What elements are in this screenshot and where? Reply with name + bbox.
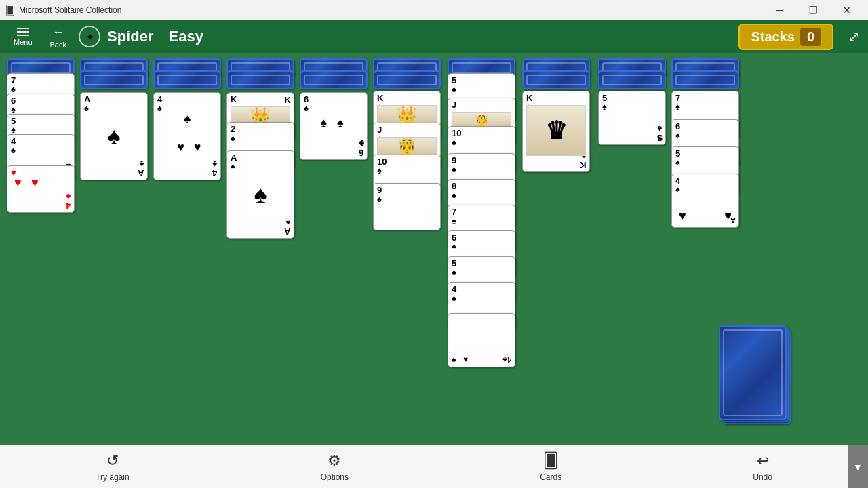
restore-button[interactable]: ❐ <box>797 0 829 20</box>
cards-button[interactable]: 🂠 Cards <box>526 447 575 487</box>
expand-button[interactable]: ⤢ <box>848 28 860 45</box>
card-facedown-9b <box>598 70 666 89</box>
deck-card-1 <box>719 325 787 420</box>
minimize-button[interactable]: ─ <box>764 0 795 20</box>
try-again-button[interactable]: ↺ Try again <box>82 447 143 487</box>
card-K-col8[interactable]: K♠ K♠ ♛ <box>522 91 590 172</box>
cards-icon: 🂠 <box>543 452 559 470</box>
undo-button[interactable]: ↩ Undo <box>739 447 786 487</box>
menubar: Menu ← Back ✦ Spider Easy Stacks 0 ⤢ <box>0 20 868 53</box>
close-button[interactable]: ✕ <box>831 0 863 20</box>
card-facedown-5b <box>300 70 368 89</box>
column-7: 5♠ J♠ 🤴 10♠ 9♠ 8♠ 7♠ 6♠ 5♠ <box>448 58 522 113</box>
bottom-bar: ↺ Try again ⚙ Options 🂠 Cards ↩ Undo ▼ <box>0 445 868 488</box>
titlebar-controls: ─ ❐ ✕ <box>764 0 863 20</box>
titlebar: 🂠 Microsoft Solitaire Collection ─ ❐ ✕ <box>0 0 868 20</box>
card-facedown-4b <box>226 70 294 89</box>
card-facedown-8b <box>522 70 590 89</box>
card-4s-col10[interactable]: 4♠ ♥ ♥ A <box>671 174 739 228</box>
stacks-badge: Stacks 0 <box>738 24 833 50</box>
hamburger-icon <box>17 28 29 36</box>
menu-button[interactable]: Menu <box>8 25 38 49</box>
card-5s-col9[interactable]: 5♠ 5♠ S <box>598 91 666 145</box>
card-4s-col3[interactable]: 4♠ 4♠ ♠ ♥ ♥ <box>153 92 221 180</box>
card-4s-col7-bot[interactable]: ♠ ♥ 4♣ <box>448 313 515 367</box>
card-facedown-2b <box>80 70 148 89</box>
column-8: K♠ K♠ ♛ <box>522 58 597 113</box>
game-title: Spider Easy <box>107 28 732 45</box>
column-2: A♠ A♠ ♠ <box>80 58 152 113</box>
expand-bar-icon[interactable]: ▼ <box>848 445 868 488</box>
column-1: 7♠ 7♠ 6♠ 6♠ 5♠ 5♠ 4♠ 4♠ ♥ ♥ ♥ 4♠ <box>7 58 79 113</box>
options-icon: ⚙ <box>328 452 341 470</box>
column-6: K♠ 👑 J♠ 🤴 10♠ 10♠ K 9♠ <box>373 58 448 113</box>
try-again-icon: ↺ <box>106 452 119 470</box>
card-facedown-6b <box>373 70 441 89</box>
card-As-col4[interactable]: A♠ A♠ ♠ <box>226 150 294 239</box>
undo-icon: ↩ <box>757 452 769 470</box>
card-facedown-10b <box>671 70 739 89</box>
game-icon: ✦ <box>79 26 100 47</box>
column-4: K♠ K 👑 2♠ 2♠ A♠ A♠ ♠ <box>226 58 298 113</box>
card-9s[interactable]: 9♠ <box>373 183 441 230</box>
card-As-1[interactable]: A♠ A♠ ♠ <box>80 92 148 180</box>
options-button[interactable]: ⚙ Options <box>307 447 362 487</box>
back-button[interactable]: ← Back <box>45 22 72 52</box>
game-area: 7♠ 7♠ 6♠ 6♠ 5♠ 5♠ 4♠ 4♠ ♥ ♥ ♥ 4♠ <box>0 53 868 445</box>
column-5: 6♠ 6♠ ♠ ♠ 9 <box>300 58 372 113</box>
column-3: 4♠ 4♠ ♠ ♥ ♥ <box>153 58 225 113</box>
column-10: 7♠ 6♠ 5♠ 4♠ ♥ ♥ A <box>671 58 746 113</box>
card-facedown-3b <box>153 70 221 89</box>
titlebar-left: 🂠 Microsoft Solitaire Collection <box>5 5 121 16</box>
app-title: Microsoft Solitaire Collection <box>19 5 121 15</box>
column-9: 5♠ 5♠ S <box>598 58 673 113</box>
card-hearts-1[interactable]: ♥ ♥ ♥ 4♠ <box>7 165 75 213</box>
deck-pile[interactable] <box>719 329 787 424</box>
card-6s-col5[interactable]: 6♠ 6♠ ♠ ♠ 9 <box>300 92 368 160</box>
